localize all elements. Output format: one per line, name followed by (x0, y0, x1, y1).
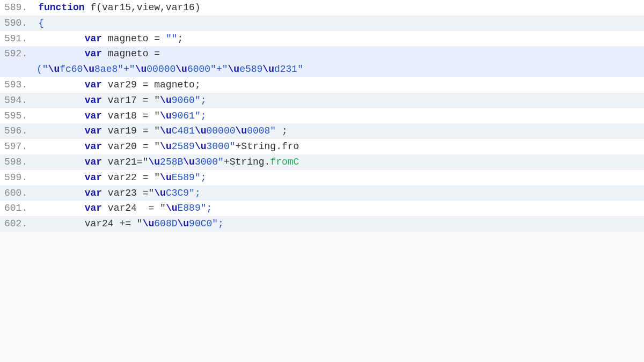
code-token: var (85, 110, 102, 121)
line-number: 589. (0, 0, 34, 16)
line-content: var var18 = "\u9061"; (34, 108, 644, 124)
code-token: \u (143, 218, 155, 229)
code-token: var (85, 141, 102, 152)
code-token: 3000" (207, 141, 236, 152)
code-token: \u (228, 64, 240, 75)
code-token: 6000" (187, 64, 216, 75)
code-token: \u (148, 157, 160, 167)
code-token: magneto = (102, 48, 160, 59)
code-line: 589.function f(var15,view,var16) (0, 0, 644, 16)
code-line: 596. var var19 = "\uC481\u00000\u0008" ; (0, 123, 644, 139)
code-token: 2589 (172, 141, 195, 152)
code-token: +String. (224, 157, 270, 167)
code-token: ; (276, 125, 288, 136)
line-number: 593. (0, 77, 34, 93)
code-token: fromC (270, 157, 299, 167)
code-line: 598. var var21="\u258B\u3000"+String.fro… (0, 154, 644, 170)
code-token: { (38, 18, 44, 28)
line-content: var var29 = magneto; (34, 77, 644, 93)
line-content: var magneto = ""; (34, 31, 644, 47)
line-number: 600. (0, 186, 34, 201)
code-token (38, 79, 84, 90)
code-viewer: 589.function f(var15,view,var16)590.{591… (0, 0, 644, 362)
code-token: 9061"; (172, 110, 207, 121)
code-token: \u (166, 203, 178, 213)
code-token: var (85, 172, 102, 183)
code-line: ("\ufc60\u8ae8"+"\u00000\u6000"+"\ue589\… (0, 62, 644, 77)
line-number: 597. (0, 139, 34, 154)
code-line: 591. var magneto = ""; (0, 31, 644, 47)
code-token: \u (236, 125, 247, 136)
code-line: 595. var var18 = "\u9061"; (0, 108, 644, 124)
code-token (38, 188, 84, 198)
code-token: \u (160, 110, 172, 121)
code-token: \u (48, 64, 60, 75)
code-line: 592. var magneto = (0, 46, 644, 62)
line-content: var magneto = (34, 46, 644, 62)
code-token: 90C0"; (189, 218, 224, 229)
code-token: var (85, 125, 102, 136)
code-token: var (85, 79, 102, 90)
code-token: E889"; (177, 203, 212, 213)
code-line: 593. var var29 = magneto; (0, 77, 644, 93)
code-token (38, 110, 84, 121)
code-token: +String.fro (236, 141, 299, 152)
code-token: function (38, 2, 84, 13)
code-token (38, 157, 84, 167)
line-number: 595. (0, 108, 34, 124)
code-token: \u (195, 125, 207, 136)
line-content: var24 += "\u608D\u90C0"; (34, 216, 644, 232)
code-token: var20 = " (102, 141, 160, 152)
line-content: ("\ufc60\u8ae8"+"\u00000\u6000"+"\ue589\… (32, 62, 644, 77)
code-token: E589"; (172, 172, 207, 183)
code-token: var19 = " (102, 125, 160, 136)
code-token: d231" (274, 64, 303, 75)
line-number: 592. (0, 46, 34, 62)
line-number: 591. (0, 31, 34, 47)
code-token (38, 125, 84, 136)
code-token: var (85, 95, 102, 106)
line-number: 596. (0, 123, 34, 139)
code-token: var18 = " (102, 110, 160, 121)
code-line: 600. var var23 ="\uC3C9"; (0, 186, 644, 201)
code-token: var24 += " (85, 218, 143, 229)
code-token: "" (166, 33, 178, 44)
code-token: \u (175, 64, 187, 75)
code-token: \u (160, 141, 172, 152)
line-number: 599. (0, 170, 34, 186)
code-token: 00000 (147, 64, 175, 75)
code-line: 602. var24 += "\u608D\u90C0"; (0, 216, 644, 232)
code-token: var (85, 157, 102, 167)
line-number: 594. (0, 93, 34, 108)
code-token: \u (135, 64, 147, 75)
code-token (38, 141, 84, 152)
code-token: var (85, 188, 102, 198)
code-token (38, 203, 84, 213)
line-content: var var17 = "\u9060"; (34, 93, 644, 108)
code-token (38, 172, 84, 183)
code-token: \u (83, 64, 94, 75)
code-token (38, 95, 84, 106)
line-number: 590. (0, 16, 34, 31)
code-token: var (85, 48, 102, 59)
code-token: 0008" (247, 125, 276, 136)
code-line: 594. var var17 = "\u9060"; (0, 93, 644, 108)
line-content: var var19 = "\uC481\u00000\u0008" ; (34, 123, 644, 139)
code-line: 597. var var20 = "\u2589\u3000"+String.f… (0, 139, 644, 154)
code-token: C481 (172, 125, 195, 136)
line-content: function f(var15,view,var16) (34, 0, 644, 16)
code-token: f(var15,view,var16) (85, 2, 201, 13)
line-content: var var23 ="\uC3C9"; (34, 186, 644, 201)
line-content: var var20 = "\u2589\u3000"+String.fro (34, 139, 644, 154)
line-number: 598. (0, 154, 34, 170)
code-token: C3C9"; (166, 188, 201, 198)
code-token: 9060"; (172, 95, 207, 106)
code-token: \u (195, 141, 207, 152)
code-token: \u (154, 188, 166, 198)
code-token: 3000" (195, 157, 224, 167)
code-token: 608D (154, 218, 177, 229)
code-token: \u (178, 218, 189, 229)
line-content: var var22 = "\uE589"; (34, 170, 644, 186)
code-line: 599. var var22 = "\uE589"; (0, 170, 644, 186)
code-token: +" (216, 64, 228, 75)
